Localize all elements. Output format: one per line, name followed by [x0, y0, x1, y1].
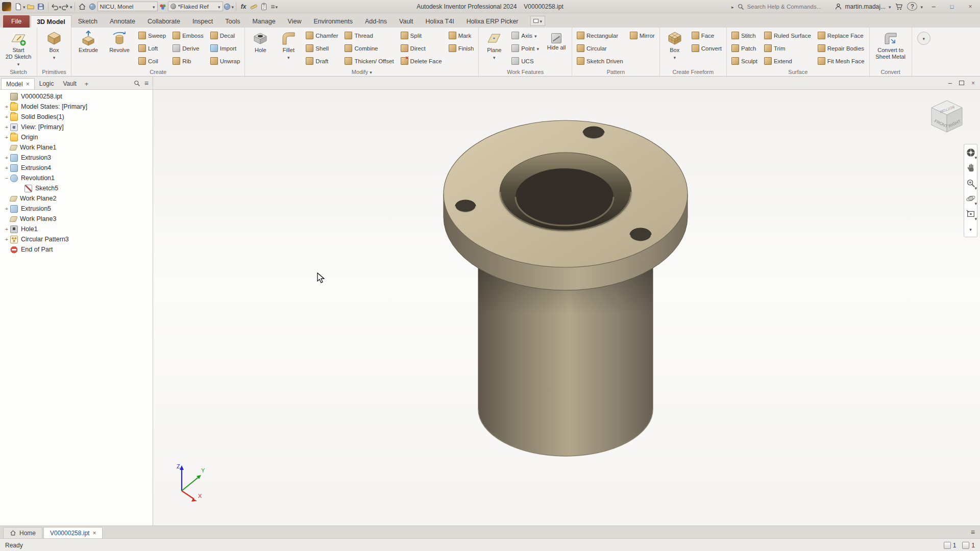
- tree-item-extrusion4[interactable]: + Extrusion4: [0, 163, 153, 173]
- tree-item-root[interactable]: V00000258.ipt: [0, 91, 153, 102]
- expand-toggle[interactable]: +: [3, 124, 10, 130]
- search-expand-icon[interactable]: [731, 3, 734, 10]
- tree-item-work-plane3[interactable]: Work Plane3: [0, 214, 153, 224]
- mark-button[interactable]: Mark: [446, 29, 477, 42]
- direct-button[interactable]: Direct: [398, 42, 445, 55]
- hide-all-button[interactable]: Hide all: [543, 29, 570, 67]
- trim-button[interactable]: Trim: [762, 42, 814, 55]
- hole-button[interactable]: Hole: [247, 29, 274, 67]
- sketch-driven-pattern-button[interactable]: Sketch Driven: [574, 55, 626, 67]
- 3d-viewport[interactable]: FRONT RIGHT BOTTOM Z Y X: [153, 90, 980, 525]
- panel-label-pattern[interactable]: Pattern: [572, 67, 659, 76]
- window-close-button[interactable]: [963, 1, 978, 12]
- look-at-button[interactable]: [965, 208, 976, 219]
- derive-button[interactable]: Derive: [170, 42, 206, 55]
- doc-close-icon[interactable]: [971, 80, 975, 87]
- tab-add-ins[interactable]: Add-Ins: [359, 15, 393, 28]
- tree-item-extrusion5[interactable]: + Extrusion5: [0, 204, 153, 214]
- fit-mesh-face-button[interactable]: Fit Mesh Face: [815, 55, 867, 67]
- plane-button[interactable]: Plane: [481, 29, 507, 67]
- freeform-box-button[interactable]: Box: [662, 29, 688, 67]
- loft-button[interactable]: Loft: [136, 42, 168, 55]
- browser-tab-model[interactable]: Model: [1, 78, 35, 89]
- navbar-more-button[interactable]: [965, 223, 976, 235]
- new-file-button[interactable]: [14, 2, 26, 12]
- redo-button[interactable]: [61, 2, 72, 12]
- decal-button[interactable]: Decal: [208, 29, 243, 42]
- finish-button[interactable]: Finish: [446, 42, 477, 55]
- chevron-down-icon[interactable]: [889, 3, 891, 10]
- unwrap-button[interactable]: Unwrap: [208, 55, 243, 67]
- tab-holixa-erp-picker[interactable]: Holixa ERP Picker: [461, 15, 524, 28]
- fillet-button[interactable]: Fillet: [275, 29, 302, 67]
- panel-label-convert[interactable]: Convert: [870, 67, 912, 76]
- adjust-appearance-button[interactable]: [223, 2, 234, 12]
- expand-toggle[interactable]: −: [3, 175, 10, 181]
- store-cart-button[interactable]: [894, 2, 904, 12]
- chevron-down-icon[interactable]: [920, 3, 923, 10]
- draft-button[interactable]: Draft: [303, 55, 340, 67]
- home-button[interactable]: [77, 2, 87, 12]
- tab-environments[interactable]: Environments: [308, 15, 358, 28]
- tree-item-end-of-part[interactable]: End of Part: [0, 244, 153, 255]
- import-button[interactable]: Import: [208, 42, 243, 55]
- tab-tools[interactable]: Tools: [219, 15, 246, 28]
- undo-button[interactable]: [51, 2, 62, 12]
- tab-3d-model[interactable]: 3D Model: [31, 15, 71, 28]
- start-2d-sketch-button[interactable]: Start 2D Sketch: [2, 29, 35, 67]
- convert-to-sheet-metal-button[interactable]: Convert to Sheet Metal: [872, 29, 910, 67]
- help-search-input[interactable]: [747, 4, 831, 10]
- browser-tab-logic[interactable]: Logic: [35, 78, 59, 89]
- close-icon[interactable]: [92, 530, 96, 537]
- inventor-app-icon[interactable]: [2, 2, 11, 11]
- zoom-button[interactable]: [965, 177, 976, 189]
- delete-face-button[interactable]: Delete Face: [398, 55, 445, 67]
- expand-toggle[interactable]: +: [3, 236, 10, 242]
- tree-item-view-primary[interactable]: + View: [Primary]: [0, 122, 153, 132]
- expand-toggle[interactable]: +: [3, 165, 10, 171]
- tree-item-model-states[interactable]: + Model States: [Primary]: [0, 102, 153, 112]
- browser-search-icon[interactable]: [133, 80, 140, 87]
- panel-label-create-freeform[interactable]: Create Freeform: [660, 67, 726, 76]
- measure-button[interactable]: [249, 2, 259, 12]
- expand-toggle[interactable]: +: [3, 206, 10, 212]
- user-name[interactable]: martin.madaj...: [845, 3, 886, 10]
- doc-tab-part[interactable]: V00000258.ipt: [43, 527, 103, 538]
- iproperties-button[interactable]: [259, 2, 269, 12]
- browser-filter-menu-icon[interactable]: [144, 79, 149, 87]
- axis-button[interactable]: Axis: [509, 29, 542, 42]
- extend-button[interactable]: Extend: [762, 55, 814, 67]
- tab-sketch[interactable]: Sketch: [72, 15, 103, 28]
- combine-button[interactable]: Combine: [342, 42, 396, 55]
- freeform-convert-button[interactable]: Convert: [689, 42, 724, 55]
- doc-tab-home[interactable]: Home: [3, 527, 42, 538]
- tree-item-origin[interactable]: + Origin: [0, 132, 153, 142]
- patch-button[interactable]: Patch: [729, 42, 760, 55]
- split-button[interactable]: Split: [398, 29, 445, 42]
- view-cube[interactable]: FRONT RIGHT BOTTOM: [927, 97, 967, 137]
- browser-add-tab-button[interactable]: +: [81, 78, 92, 89]
- tree-item-solid-bodies[interactable]: + Solid Bodies(1): [0, 112, 153, 122]
- shell-button[interactable]: Shell: [303, 42, 340, 55]
- panel-label-create[interactable]: Create: [71, 67, 244, 76]
- close-icon[interactable]: [26, 81, 30, 88]
- expand-toggle[interactable]: +: [3, 155, 10, 161]
- repair-bodies-button[interactable]: Repair Bodies: [815, 42, 867, 55]
- panel-label-work-features[interactable]: Work Features: [479, 67, 572, 76]
- open-button[interactable]: [26, 2, 36, 12]
- ruled-surface-button[interactable]: Ruled Surface: [762, 29, 814, 42]
- panel-label-modify[interactable]: Modify: [245, 67, 478, 76]
- thicken-offset-button[interactable]: Thicken/ Offset: [342, 55, 396, 67]
- sculpt-button[interactable]: Sculpt: [729, 55, 760, 67]
- ribbon-display-toggle[interactable]: [530, 16, 546, 26]
- ucs-button[interactable]: UCS: [509, 55, 542, 67]
- file-menu-button[interactable]: File: [3, 15, 30, 28]
- tree-item-hole1[interactable]: + Hole1: [0, 224, 153, 234]
- point-button[interactable]: Point: [509, 42, 542, 55]
- panel-label-sketch[interactable]: Sketch: [0, 67, 37, 76]
- tree-item-sketch5[interactable]: Sketch5: [0, 183, 153, 193]
- stitch-button[interactable]: Stitch: [729, 29, 760, 42]
- material-dropdown[interactable]: NICU, Monel: [97, 2, 158, 11]
- tree-item-work-plane1[interactable]: Work Plane1: [0, 142, 153, 153]
- sweep-button[interactable]: Sweep: [136, 29, 168, 42]
